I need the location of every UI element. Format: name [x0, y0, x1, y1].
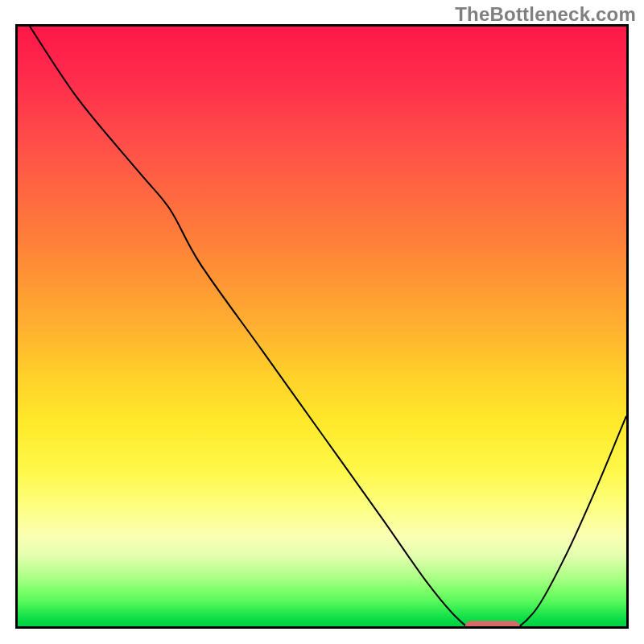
chart-stage: TheBottleneck.com [0, 0, 644, 644]
plot-area [15, 24, 629, 629]
watermark-text: TheBottleneck.com [455, 3, 636, 26]
heat-gradient-background [18, 27, 626, 626]
